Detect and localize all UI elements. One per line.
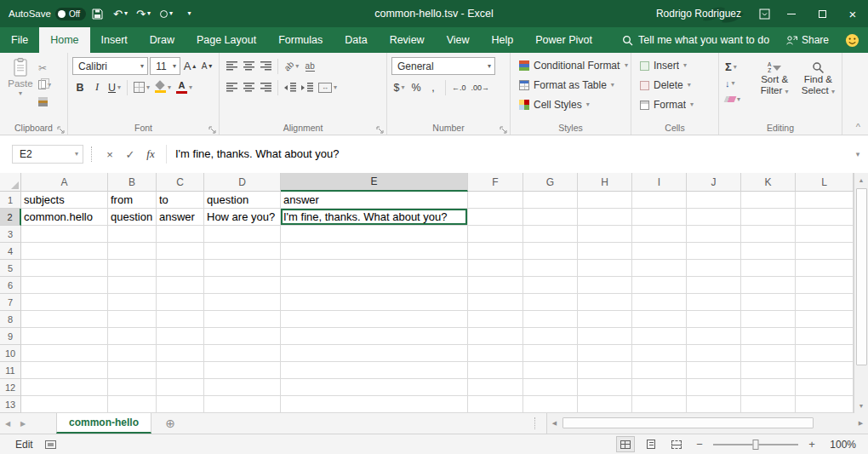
cell-A8[interactable] [21,311,108,328]
cell-E11[interactable] [281,362,468,379]
horizontal-scroll-thumb[interactable] [562,417,814,428]
cell-E7[interactable] [281,294,468,311]
cell-C7[interactable] [157,294,204,311]
cell-J9[interactable] [687,328,741,345]
column-header-E[interactable]: E [281,173,468,192]
row-header-5[interactable]: 5 [0,260,21,277]
touch-mouse-mode-button[interactable]: ▾ [155,0,178,27]
cell-G12[interactable] [523,379,578,396]
cell-H9[interactable] [578,328,632,345]
close-button[interactable]: × [837,0,868,27]
undo-button[interactable]: ↶▾ [109,0,132,27]
cell-K10[interactable] [741,345,796,362]
cell-G5[interactable] [523,260,578,277]
cell-G10[interactable] [523,345,578,362]
cell-B2[interactable]: question [108,209,157,226]
cell-F1[interactable] [468,192,523,209]
maximize-button[interactable] [807,0,837,27]
cell-K7[interactable] [741,294,796,311]
align-right-button[interactable] [258,79,273,96]
clear-button[interactable]: ▾ [725,93,752,106]
cell-I2[interactable] [632,209,687,226]
cell-J4[interactable] [687,243,741,260]
align-left-button[interactable] [224,79,239,96]
cell-F11[interactable] [468,362,523,379]
increase-decimal-button[interactable]: ←.0 [450,79,468,96]
cell-I10[interactable] [632,345,687,362]
conditional-formatting-button[interactable]: Conditional Formatting ▾ [513,57,628,74]
font-size-dropdown-icon[interactable]: ▾ [173,63,176,70]
cell-H3[interactable] [578,226,632,243]
cell-H8[interactable] [578,311,632,328]
tab-page-layout[interactable]: Page Layout [186,27,267,53]
cell-I5[interactable] [632,260,687,277]
zoom-in-button[interactable]: + [805,438,819,451]
cell-D6[interactable] [204,277,281,294]
tab-scrollbar-splitter[interactable] [534,417,541,429]
sheet-tab-common-hello[interactable]: common-hello [56,413,151,434]
middle-align-button[interactable] [241,58,256,75]
tab-draw[interactable]: Draw [139,27,186,53]
number-format-dropdown-icon[interactable]: ▾ [488,63,491,70]
bottom-align-button[interactable] [258,58,273,75]
name-box-dropdown-icon[interactable]: ▾ [75,151,78,158]
font-color-dropdown-icon[interactable]: ▾ [189,84,192,91]
cell-C11[interactable] [157,362,204,379]
cell-F9[interactable] [468,328,523,345]
sort-filter-dropdown-icon[interactable]: ▾ [785,88,789,95]
column-header-A[interactable]: A [21,173,108,192]
cell-D11[interactable] [204,362,281,379]
scroll-right-button[interactable]: ▶ [854,420,868,427]
format-as-table-dropdown-icon[interactable]: ▾ [611,82,614,89]
sheet-nav-left-icon[interactable]: ◀ [0,413,15,434]
redo-button[interactable]: ↷▾ [132,0,155,27]
tab-formulas[interactable]: Formulas [267,27,334,53]
feedback-smiley-button[interactable] [839,27,865,53]
tab-file[interactable]: File [0,27,39,53]
tab-view[interactable]: View [436,27,481,53]
fill-color-button[interactable]: ▾ [153,79,173,96]
autosave-switch[interactable]: Off [55,8,86,20]
accounting-format-button[interactable]: $▾ [391,79,407,96]
shrink-font-button[interactable]: A▾ [199,58,214,75]
tab-power-pivot[interactable]: Power Pivot [524,27,603,53]
expand-formula-bar-button[interactable]: ▾ [848,145,868,164]
cell-G9[interactable] [523,328,578,345]
cell-L3[interactable] [796,226,854,243]
underline-button[interactable]: U▾ [106,79,123,96]
cell-G7[interactable] [523,294,578,311]
column-header-C[interactable]: C [157,173,204,192]
cell-E13[interactable] [281,396,468,413]
tab-review[interactable]: Review [379,27,436,53]
row-header-2[interactable]: 2 [0,209,21,226]
cell-D2[interactable]: How are you? [204,209,281,226]
cell-H5[interactable] [578,260,632,277]
enter-button[interactable]: ✓ [120,145,140,164]
top-align-button[interactable] [224,58,239,75]
column-header-F[interactable]: F [468,173,523,192]
row-header-13[interactable]: 13 [0,396,21,413]
cell-E4[interactable] [281,243,468,260]
format-painter-button[interactable] [38,95,51,108]
cell-I11[interactable] [632,362,687,379]
cell-J5[interactable] [687,260,741,277]
font-color-button[interactable]: A▾ [174,79,194,96]
cell-A11[interactable] [21,362,108,379]
cell-F3[interactable] [468,226,523,243]
user-name[interactable]: Rodrigo Rodriguez [656,8,741,20]
fill-button[interactable]: ↓▾ [725,77,752,89]
scroll-up-button[interactable]: ▲ [854,173,868,187]
cell-J1[interactable] [687,192,741,209]
borders-button[interactable]: ▾ [132,79,151,96]
cell-D5[interactable] [204,260,281,277]
row-header-10[interactable]: 10 [0,345,21,362]
format-cells-dropdown-icon[interactable]: ▾ [690,101,694,108]
save-button[interactable] [86,0,109,27]
font-family-dropdown-icon[interactable]: ▾ [140,63,144,70]
cell-J2[interactable] [687,209,741,226]
cell-G4[interactable] [523,243,578,260]
scroll-down-button[interactable]: ▼ [854,399,868,413]
cell-C13[interactable] [157,396,204,413]
column-header-I[interactable]: I [632,173,687,192]
cell-B13[interactable] [108,396,157,413]
